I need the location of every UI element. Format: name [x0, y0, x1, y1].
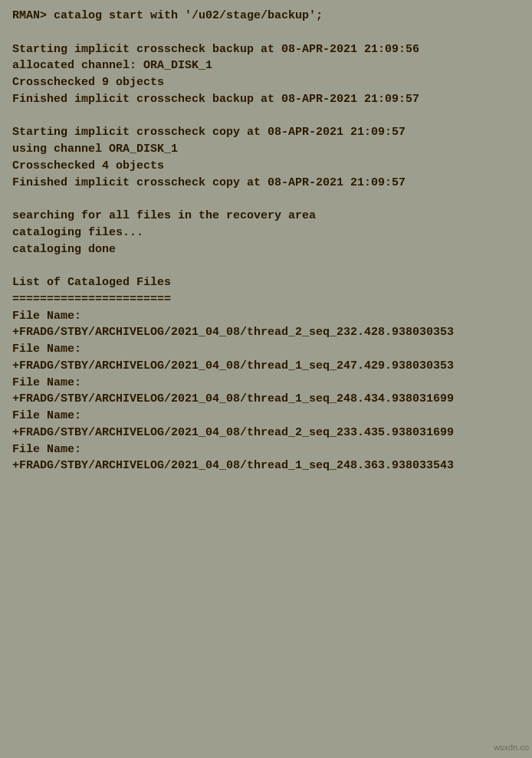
terminal-line: File Name:: [12, 441, 520, 458]
terminal-line: File Name:: [12, 375, 520, 392]
watermark: wsxdn.co: [494, 743, 529, 752]
terminal-line: Crosschecked 9 objects: [12, 74, 520, 91]
terminal-line: cataloging done: [12, 241, 520, 258]
terminal-line: using channel ORA_DISK_1: [12, 141, 520, 158]
terminal-line: RMAN> catalog start with '/u02/stage/bac…: [12, 8, 520, 25]
terminal-line: allocated channel: ORA_DISK_1: [12, 57, 520, 74]
terminal-output: RMAN> catalog start with '/u02/stage/bac…: [0, 0, 532, 758]
terminal-line: +FRADG/STBY/ARCHIVELOG/2021_04_08/thread…: [12, 458, 520, 474]
terminal-line: searching for all files in the recovery …: [12, 208, 520, 225]
terminal-line: +FRADG/STBY/ARCHIVELOG/2021_04_08/thread…: [12, 425, 520, 441]
terminal-line: [12, 191, 520, 208]
terminal-line: +FRADG/STBY/ARCHIVELOG/2021_04_08/thread…: [12, 391, 520, 408]
terminal-line: [12, 25, 520, 41]
terminal-line: cataloging files...: [12, 225, 520, 241]
terminal-line: Finished implicit crosscheck copy at 08-…: [12, 175, 520, 192]
terminal-line: =======================: [12, 291, 520, 308]
terminal-line: Crosschecked 4 objects: [12, 158, 520, 175]
terminal-line: +FRADG/STBY/ARCHIVELOG/2021_04_08/thread…: [12, 324, 520, 341]
terminal-line: Finished implicit crosscheck backup at 0…: [12, 91, 520, 108]
terminal-line: Starting implicit crosscheck copy at 08-…: [12, 124, 520, 141]
terminal-line: [12, 108, 520, 125]
terminal-line: +FRADG/STBY/ARCHIVELOG/2021_04_08/thread…: [12, 358, 520, 375]
terminal-line: File Name:: [12, 341, 520, 358]
terminal-line: File Name:: [12, 408, 520, 425]
terminal-line: File Name:: [12, 308, 520, 325]
terminal-line: List of Cataloged Files: [12, 274, 520, 291]
terminal-line: Starting implicit crosscheck backup at 0…: [12, 41, 520, 58]
terminal-line: [12, 258, 520, 274]
